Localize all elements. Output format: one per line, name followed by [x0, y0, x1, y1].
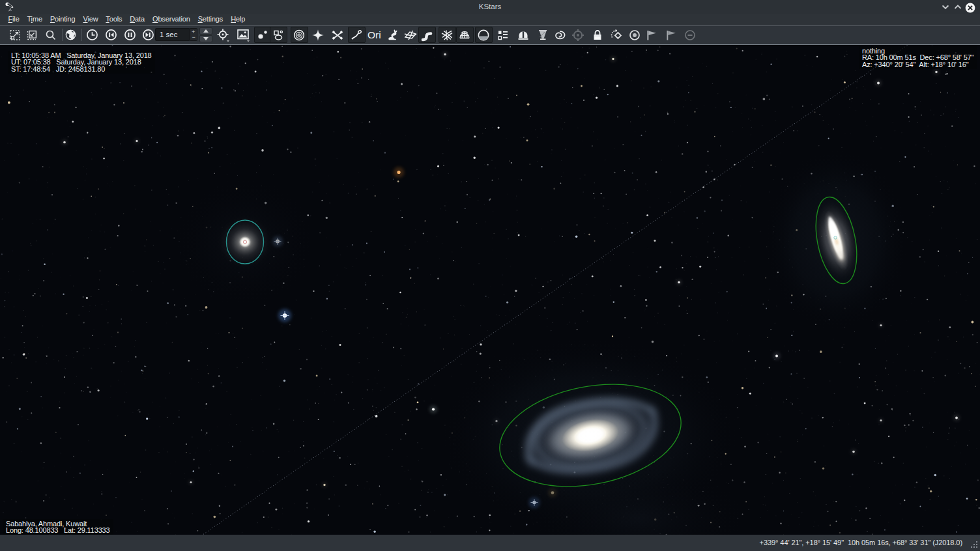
- svg-text:Ori: Ori: [368, 29, 381, 40]
